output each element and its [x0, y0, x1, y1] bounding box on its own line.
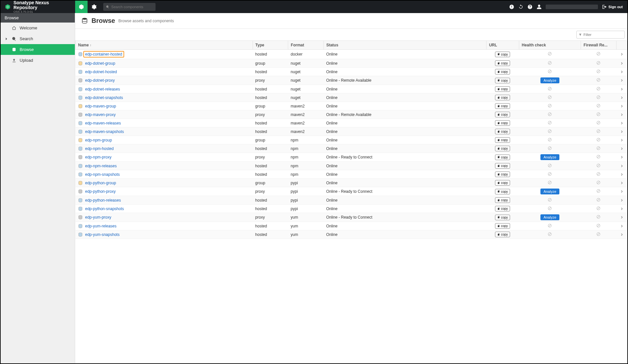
- repo-link[interactable]: edp-yum-releases: [85, 224, 117, 228]
- copy-url-button[interactable]: copy: [495, 163, 510, 169]
- chevron-right-icon[interactable]: [620, 199, 623, 202]
- table-row[interactable]: edp-npm-snapshotshostednpmOnlinecopy: [75, 170, 627, 179]
- user-icon[interactable]: [537, 4, 542, 9]
- col-format-header[interactable]: Format: [288, 41, 324, 50]
- browse-mode-button[interactable]: [75, 1, 88, 13]
- col-url-header[interactable]: URL: [486, 41, 519, 50]
- repo-link[interactable]: edp-npm-proxy: [85, 155, 112, 159]
- chevron-right-icon[interactable]: [620, 62, 623, 65]
- table-row[interactable]: edp-npm-proxyproxynpmOnline - Ready to C…: [75, 153, 627, 162]
- copy-url-button[interactable]: copy: [495, 52, 510, 57]
- copy-url-button[interactable]: copy: [495, 172, 510, 177]
- table-row[interactable]: edp-maven-snapshotshostedmaven2Onlinecop…: [75, 127, 627, 136]
- chevron-right-icon[interactable]: [620, 139, 623, 141]
- copy-url-button[interactable]: copy: [495, 189, 510, 194]
- repo-link[interactable]: edp-npm-hosted: [85, 146, 114, 151]
- repo-link[interactable]: edp-npm-releases: [85, 164, 117, 168]
- repo-link[interactable]: edp-container-hosted: [83, 51, 124, 58]
- table-row[interactable]: edp-dotnet-hostedhostednugetOnlinecopy: [75, 68, 627, 76]
- chevron-right-icon[interactable]: [620, 113, 623, 116]
- sidebar-item-upload[interactable]: Upload: [1, 55, 75, 66]
- table-row[interactable]: edp-dotnet-snapshotshostednugetOnlinecop…: [75, 93, 627, 102]
- col-type-header[interactable]: Type: [253, 41, 288, 50]
- chevron-right-icon[interactable]: [620, 173, 623, 176]
- refresh-icon[interactable]: [518, 4, 523, 9]
- alert-icon[interactable]: [509, 4, 514, 9]
- copy-url-button[interactable]: copy: [495, 223, 510, 229]
- copy-url-button[interactable]: copy: [495, 60, 510, 66]
- chevron-right-icon[interactable]: [620, 130, 623, 133]
- copy-url-button[interactable]: copy: [495, 155, 510, 160]
- chevron-right-icon[interactable]: [620, 71, 623, 73]
- table-row[interactable]: edp-yum-proxyproxyyumOnline - Ready to C…: [75, 213, 627, 222]
- col-status-header[interactable]: Status: [323, 41, 486, 50]
- col-name-header[interactable]: Name↑: [75, 41, 253, 50]
- table-row[interactable]: edp-npm-groupgroupnpmOnlinecopy: [75, 136, 627, 144]
- repo-link[interactable]: edp-dotnet-snapshots: [85, 95, 123, 100]
- chevron-right-icon[interactable]: [620, 233, 623, 236]
- col-health-header[interactable]: Health check: [519, 41, 581, 50]
- table-row[interactable]: edp-container-hostedhosteddockerOnlineco…: [75, 50, 627, 59]
- chevron-right-icon[interactable]: [620, 156, 623, 158]
- copy-url-button[interactable]: copy: [495, 86, 510, 92]
- signout-button[interactable]: Sign out: [602, 4, 623, 9]
- table-row[interactable]: edp-npm-hostedhostednpmOnlinecopy: [75, 144, 627, 153]
- filter-box[interactable]: [576, 31, 625, 39]
- repo-link[interactable]: edp-python-releases: [85, 198, 121, 203]
- table-row[interactable]: edp-dotnet-proxyproxynugetOnline - Remot…: [75, 76, 627, 85]
- table-row[interactable]: edp-yum-snapshotshostedyumOnlinecopy: [75, 230, 627, 239]
- copy-url-button[interactable]: copy: [495, 129, 510, 134]
- col-firewall-header[interactable]: Firewall Re...: [581, 41, 617, 50]
- copy-url-button[interactable]: copy: [495, 146, 510, 151]
- chevron-right-icon[interactable]: [620, 165, 623, 167]
- repo-link[interactable]: edp-yum-proxy: [85, 215, 111, 220]
- chevron-right-icon[interactable]: [620, 53, 623, 56]
- sidebar-item-browse[interactable]: Browse: [1, 44, 75, 55]
- repo-link[interactable]: edp-npm-snapshots: [85, 172, 120, 177]
- repo-link[interactable]: edp-python-group: [85, 181, 116, 185]
- table-row[interactable]: edp-python-snapshotshostedpypiOnlinecopy: [75, 205, 627, 213]
- copy-url-button[interactable]: copy: [495, 95, 510, 100]
- repo-link[interactable]: edp-yum-snapshots: [85, 232, 120, 237]
- table-row[interactable]: edp-maven-proxyproxymaven2Online - Remot…: [75, 110, 627, 119]
- copy-url-button[interactable]: copy: [495, 137, 510, 143]
- filter-input[interactable]: [584, 33, 622, 37]
- chevron-right-icon[interactable]: [620, 147, 623, 150]
- chevron-right-icon[interactable]: [620, 182, 623, 184]
- table-row[interactable]: edp-python-groupgrouppypiOnlinecopy: [75, 179, 627, 187]
- repo-link[interactable]: edp-maven-releases: [85, 121, 121, 125]
- copy-url-button[interactable]: copy: [495, 69, 510, 74]
- table-row[interactable]: edp-maven-groupgroupmaven2Onlinecopy: [75, 102, 627, 110]
- copy-url-button[interactable]: copy: [495, 206, 510, 211]
- table-row[interactable]: edp-dotnet-groupgroupnugetOnlinecopy: [75, 59, 627, 68]
- sidebar-item-welcome[interactable]: Welcome: [1, 23, 75, 33]
- table-row[interactable]: edp-python-releaseshostedpypiOnlinecopy: [75, 196, 627, 205]
- repo-link[interactable]: edp-python-snapshots: [85, 207, 124, 211]
- chevron-right-icon[interactable]: [620, 79, 623, 82]
- chevron-right-icon[interactable]: [620, 105, 623, 108]
- chevron-right-icon[interactable]: [620, 88, 623, 91]
- chevron-right-icon[interactable]: [620, 122, 623, 124]
- analyze-button[interactable]: Analyze: [540, 189, 559, 194]
- chevron-right-icon[interactable]: [620, 190, 623, 193]
- table-row[interactable]: edp-maven-releaseshostedmaven2Onlinecopy: [75, 119, 627, 127]
- repo-link[interactable]: edp-maven-group: [85, 104, 116, 108]
- chevron-right-icon[interactable]: [620, 225, 623, 227]
- repo-link[interactable]: edp-npm-group: [85, 138, 112, 142]
- copy-url-button[interactable]: copy: [495, 120, 510, 126]
- repo-link[interactable]: edp-python-proxy: [85, 189, 116, 194]
- repo-link[interactable]: edp-dotnet-group: [85, 61, 115, 66]
- chevron-right-icon[interactable]: [620, 96, 623, 99]
- repo-link[interactable]: edp-maven-proxy: [85, 112, 116, 117]
- chevron-right-icon[interactable]: [620, 216, 623, 219]
- copy-url-button[interactable]: copy: [495, 197, 510, 203]
- chevron-right-icon[interactable]: [620, 207, 623, 210]
- copy-url-button[interactable]: copy: [495, 232, 510, 237]
- table-row[interactable]: edp-dotnet-releaseshostednugetOnlinecopy: [75, 85, 627, 93]
- repo-link[interactable]: edp-dotnet-proxy: [85, 78, 115, 83]
- admin-mode-button[interactable]: [88, 1, 100, 13]
- analyze-button[interactable]: Analyze: [540, 154, 559, 160]
- table-row[interactable]: edp-yum-releaseshostedyumOnlinecopy: [75, 222, 627, 230]
- search-input[interactable]: [111, 5, 153, 9]
- analyze-button[interactable]: Analyze: [540, 77, 559, 83]
